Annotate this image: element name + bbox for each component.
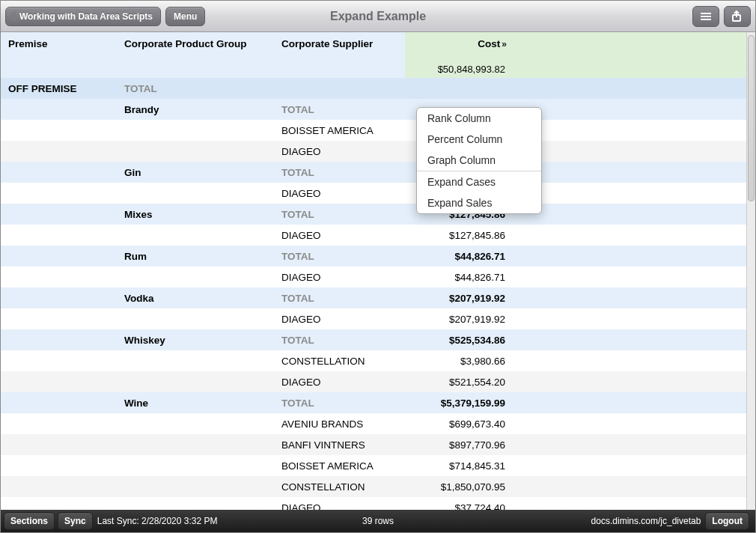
table-row[interactable]: DIAGEO$207,919.92 bbox=[1, 308, 746, 329]
cell-premise bbox=[1, 434, 117, 455]
ctx-expand-sales[interactable]: Expand Sales bbox=[417, 192, 541, 213]
cell-supplier: DIAGEO bbox=[274, 371, 405, 392]
table-row[interactable]: BOISSET AMERICA$714,845.31 bbox=[1, 455, 746, 476]
cell-supplier: TOTAL bbox=[274, 204, 405, 225]
cell-group: Rum bbox=[117, 246, 274, 266]
menu-button[interactable]: Menu bbox=[165, 7, 205, 26]
cell-cost: $525,534.86 bbox=[405, 329, 525, 350]
logout-button[interactable]: Logout bbox=[705, 512, 749, 530]
cell-group bbox=[117, 371, 274, 392]
cell-premise bbox=[1, 225, 117, 246]
cell-spacer bbox=[525, 266, 746, 287]
cell-group: Gin bbox=[117, 162, 274, 183]
cell-spacer bbox=[525, 183, 746, 204]
table-row[interactable]: BANFI VINTNERS$897,770.96 bbox=[1, 434, 746, 455]
table-row[interactable]: BOISSET AMERICA bbox=[1, 120, 746, 141]
table-row[interactable]: WhiskeyTOTAL$525,534.86 bbox=[1, 329, 746, 350]
cell-spacer bbox=[525, 141, 746, 162]
cell-group bbox=[117, 413, 274, 434]
table-scroll[interactable]: Premise Corporate Product Group Corporat… bbox=[1, 32, 746, 510]
cell-supplier: BOISSET AMERICA bbox=[274, 120, 405, 141]
cell-spacer bbox=[525, 371, 746, 392]
table-row[interactable]: DIAGEO$44,826.71 bbox=[1, 266, 746, 287]
cell-group bbox=[117, 266, 274, 287]
table-row[interactable]: MixesTOTAL$127,845.86 bbox=[1, 204, 746, 225]
cell-cost: $207,919.92 bbox=[405, 308, 525, 329]
table-row[interactable]: DIAGEO$127,845.86 bbox=[1, 225, 746, 246]
cell-supplier: TOTAL bbox=[274, 246, 405, 266]
cell-supplier: TOTAL bbox=[274, 162, 405, 183]
share-icon[interactable] bbox=[724, 6, 751, 27]
cell-group bbox=[117, 308, 274, 329]
sync-button[interactable]: Sync bbox=[58, 512, 93, 530]
ctx-rank-column[interactable]: Rank Column bbox=[417, 108, 541, 129]
table-row[interactable]: AVENIU BRANDS$699,673.40 bbox=[1, 413, 746, 434]
cell-spacer bbox=[525, 162, 746, 183]
table-row[interactable]: OFF PREMISETOTAL bbox=[1, 78, 746, 99]
ctx-expand-cases[interactable]: Expand Cases bbox=[417, 171, 541, 192]
ctx-graph-column[interactable]: Graph Column bbox=[417, 150, 541, 171]
cell-group bbox=[117, 434, 274, 455]
cell-supplier: BANFI VINTNERS bbox=[274, 434, 405, 455]
cell-supplier: CONSTELLATION bbox=[274, 350, 405, 371]
cell-supplier: TOTAL bbox=[274, 329, 405, 350]
cell-spacer bbox=[525, 287, 746, 308]
cell-supplier: DIAGEO bbox=[274, 308, 405, 329]
list-view-icon[interactable] bbox=[692, 6, 719, 27]
table-row[interactable]: DIAGEO bbox=[1, 141, 746, 162]
table-row[interactable]: DIAGEO$37,724.40 bbox=[1, 497, 746, 510]
last-sync-text: Last Sync: 2/28/2020 3:32 PM bbox=[97, 516, 218, 526]
cell-cost: $44,826.71 bbox=[405, 246, 525, 266]
cell-premise bbox=[1, 371, 117, 392]
col-supplier-header[interactable]: Corporate Supplier bbox=[274, 32, 405, 78]
ctx-percent-column[interactable]: Percent Column bbox=[417, 129, 541, 150]
cell-cost: $699,673.40 bbox=[405, 413, 525, 434]
cell-group: Brandy bbox=[117, 99, 274, 120]
sections-button[interactable]: Sections bbox=[4, 512, 55, 530]
col-cost-total: $50,848,993.82 bbox=[405, 53, 525, 78]
table-row[interactable]: DIAGEO$2,895.28 bbox=[1, 183, 746, 204]
cell-premise bbox=[1, 266, 117, 287]
vertical-scrollbar[interactable] bbox=[746, 32, 755, 510]
col-group-header[interactable]: Corporate Product Group bbox=[117, 32, 274, 78]
cell-premise: OFF PREMISE bbox=[1, 78, 117, 99]
cell-group bbox=[117, 350, 274, 371]
table-row[interactable]: CONSTELLATION$3,980.66 bbox=[1, 350, 746, 371]
row-count-text: 39 rows bbox=[362, 516, 394, 526]
col-cost-header[interactable]: Cost» bbox=[405, 32, 525, 53]
cell-group: TOTAL bbox=[117, 78, 274, 99]
cell-group bbox=[117, 120, 274, 141]
header-bar: Working with Data Area Scripts Menu Expa… bbox=[1, 1, 755, 32]
cell-group bbox=[117, 183, 274, 204]
body: Premise Corporate Product Group Corporat… bbox=[1, 32, 755, 510]
cell-supplier: DIAGEO bbox=[274, 225, 405, 246]
cell-group: Mixes bbox=[117, 204, 274, 225]
app-window: Working with Data Area Scripts Menu Expa… bbox=[0, 0, 756, 533]
cell-supplier: TOTAL bbox=[274, 287, 405, 308]
cell-cost: $5,379,159.99 bbox=[405, 392, 525, 413]
table-row[interactable]: GinTOTAL bbox=[1, 162, 746, 183]
cell-premise bbox=[1, 183, 117, 204]
table-row[interactable]: CONSTELLATION$1,850,070.95 bbox=[1, 476, 746, 497]
table-row[interactable]: BrandyTOTAL bbox=[1, 99, 746, 120]
cell-group bbox=[117, 141, 274, 162]
cell-premise bbox=[1, 141, 117, 162]
col-premise-header[interactable]: Premise bbox=[1, 32, 117, 78]
table-row[interactable]: VodkaTOTAL$207,919.92 bbox=[1, 287, 746, 308]
cell-cost: $127,845.86 bbox=[405, 225, 525, 246]
back-button[interactable]: Working with Data Area Scripts bbox=[5, 7, 161, 26]
cell-supplier: CONSTELLATION bbox=[274, 476, 405, 497]
table-row[interactable]: DIAGEO$521,554.20 bbox=[1, 371, 746, 392]
page-title: Expand Example bbox=[330, 10, 426, 23]
cell-spacer bbox=[525, 308, 746, 329]
cell-spacer bbox=[525, 455, 746, 476]
table-row[interactable]: RumTOTAL$44,826.71 bbox=[1, 246, 746, 266]
table-row[interactable]: WineTOTAL$5,379,159.99 bbox=[1, 392, 746, 413]
cell-group bbox=[117, 497, 274, 510]
cell-cost: $3,980.66 bbox=[405, 350, 525, 371]
cell-spacer bbox=[525, 434, 746, 455]
cell-cost: $37,724.40 bbox=[405, 497, 525, 510]
column-context-menu: Rank Column Percent Column Graph Column … bbox=[416, 107, 542, 214]
cell-spacer bbox=[525, 392, 746, 413]
cell-group bbox=[117, 225, 274, 246]
